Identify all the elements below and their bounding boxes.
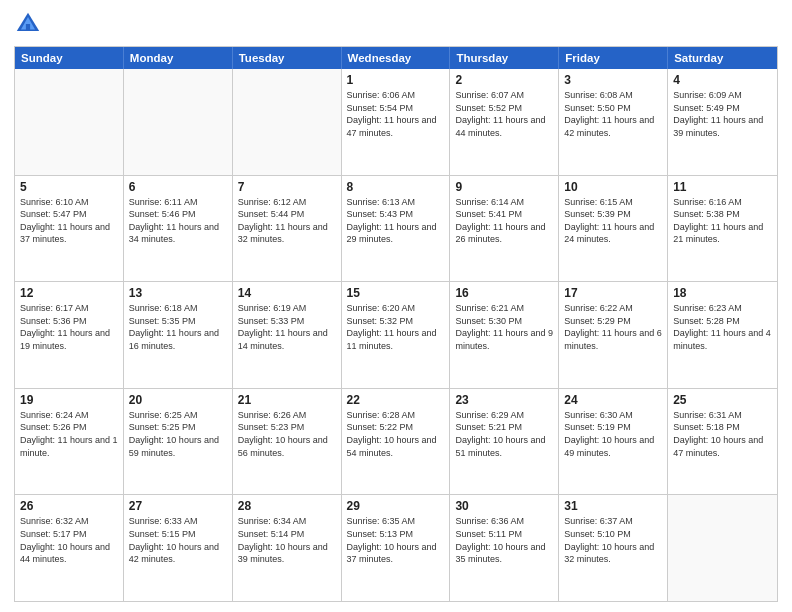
day-number: 5 <box>20 180 118 194</box>
day-cell-17: 17Sunrise: 6:22 AMSunset: 5:29 PMDayligh… <box>559 282 668 388</box>
day-info: Sunrise: 6:28 AMSunset: 5:22 PMDaylight:… <box>347 409 445 459</box>
day-number: 3 <box>564 73 662 87</box>
day-info: Sunrise: 6:19 AMSunset: 5:33 PMDaylight:… <box>238 302 336 352</box>
day-info: Sunrise: 6:33 AMSunset: 5:15 PMDaylight:… <box>129 515 227 565</box>
empty-cell <box>668 495 777 601</box>
day-header-friday: Friday <box>559 47 668 69</box>
calendar-header: SundayMondayTuesdayWednesdayThursdayFrid… <box>15 47 777 69</box>
day-number: 23 <box>455 393 553 407</box>
day-cell-14: 14Sunrise: 6:19 AMSunset: 5:33 PMDayligh… <box>233 282 342 388</box>
empty-cell <box>15 69 124 175</box>
calendar-week-3: 19Sunrise: 6:24 AMSunset: 5:26 PMDayligh… <box>15 389 777 496</box>
day-number: 16 <box>455 286 553 300</box>
calendar-body: 1Sunrise: 6:06 AMSunset: 5:54 PMDaylight… <box>15 69 777 601</box>
day-cell-10: 10Sunrise: 6:15 AMSunset: 5:39 PMDayligh… <box>559 176 668 282</box>
day-number: 2 <box>455 73 553 87</box>
day-info: Sunrise: 6:17 AMSunset: 5:36 PMDaylight:… <box>20 302 118 352</box>
day-number: 7 <box>238 180 336 194</box>
calendar-week-0: 1Sunrise: 6:06 AMSunset: 5:54 PMDaylight… <box>15 69 777 176</box>
day-header-wednesday: Wednesday <box>342 47 451 69</box>
day-header-monday: Monday <box>124 47 233 69</box>
calendar-week-4: 26Sunrise: 6:32 AMSunset: 5:17 PMDayligh… <box>15 495 777 601</box>
calendar-week-1: 5Sunrise: 6:10 AMSunset: 5:47 PMDaylight… <box>15 176 777 283</box>
day-number: 19 <box>20 393 118 407</box>
day-info: Sunrise: 6:16 AMSunset: 5:38 PMDaylight:… <box>673 196 772 246</box>
day-info: Sunrise: 6:36 AMSunset: 5:11 PMDaylight:… <box>455 515 553 565</box>
header <box>14 10 778 38</box>
day-number: 10 <box>564 180 662 194</box>
day-cell-7: 7Sunrise: 6:12 AMSunset: 5:44 PMDaylight… <box>233 176 342 282</box>
svg-rect-2 <box>26 24 30 31</box>
day-header-sunday: Sunday <box>15 47 124 69</box>
day-info: Sunrise: 6:22 AMSunset: 5:29 PMDaylight:… <box>564 302 662 352</box>
day-info: Sunrise: 6:26 AMSunset: 5:23 PMDaylight:… <box>238 409 336 459</box>
day-info: Sunrise: 6:13 AMSunset: 5:43 PMDaylight:… <box>347 196 445 246</box>
day-cell-16: 16Sunrise: 6:21 AMSunset: 5:30 PMDayligh… <box>450 282 559 388</box>
day-cell-21: 21Sunrise: 6:26 AMSunset: 5:23 PMDayligh… <box>233 389 342 495</box>
page: SundayMondayTuesdayWednesdayThursdayFrid… <box>0 0 792 612</box>
day-info: Sunrise: 6:20 AMSunset: 5:32 PMDaylight:… <box>347 302 445 352</box>
day-number: 20 <box>129 393 227 407</box>
day-info: Sunrise: 6:12 AMSunset: 5:44 PMDaylight:… <box>238 196 336 246</box>
day-number: 22 <box>347 393 445 407</box>
day-number: 11 <box>673 180 772 194</box>
day-info: Sunrise: 6:25 AMSunset: 5:25 PMDaylight:… <box>129 409 227 459</box>
day-cell-30: 30Sunrise: 6:36 AMSunset: 5:11 PMDayligh… <box>450 495 559 601</box>
day-cell-20: 20Sunrise: 6:25 AMSunset: 5:25 PMDayligh… <box>124 389 233 495</box>
day-info: Sunrise: 6:31 AMSunset: 5:18 PMDaylight:… <box>673 409 772 459</box>
day-cell-26: 26Sunrise: 6:32 AMSunset: 5:17 PMDayligh… <box>15 495 124 601</box>
day-info: Sunrise: 6:14 AMSunset: 5:41 PMDaylight:… <box>455 196 553 246</box>
day-cell-1: 1Sunrise: 6:06 AMSunset: 5:54 PMDaylight… <box>342 69 451 175</box>
day-cell-5: 5Sunrise: 6:10 AMSunset: 5:47 PMDaylight… <box>15 176 124 282</box>
day-number: 26 <box>20 499 118 513</box>
logo <box>14 10 46 38</box>
day-cell-18: 18Sunrise: 6:23 AMSunset: 5:28 PMDayligh… <box>668 282 777 388</box>
day-cell-22: 22Sunrise: 6:28 AMSunset: 5:22 PMDayligh… <box>342 389 451 495</box>
day-number: 15 <box>347 286 445 300</box>
day-info: Sunrise: 6:32 AMSunset: 5:17 PMDaylight:… <box>20 515 118 565</box>
day-number: 13 <box>129 286 227 300</box>
day-number: 21 <box>238 393 336 407</box>
day-cell-15: 15Sunrise: 6:20 AMSunset: 5:32 PMDayligh… <box>342 282 451 388</box>
day-header-thursday: Thursday <box>450 47 559 69</box>
day-number: 12 <box>20 286 118 300</box>
day-cell-12: 12Sunrise: 6:17 AMSunset: 5:36 PMDayligh… <box>15 282 124 388</box>
day-cell-13: 13Sunrise: 6:18 AMSunset: 5:35 PMDayligh… <box>124 282 233 388</box>
day-cell-31: 31Sunrise: 6:37 AMSunset: 5:10 PMDayligh… <box>559 495 668 601</box>
day-info: Sunrise: 6:18 AMSunset: 5:35 PMDaylight:… <box>129 302 227 352</box>
day-cell-24: 24Sunrise: 6:30 AMSunset: 5:19 PMDayligh… <box>559 389 668 495</box>
day-cell-11: 11Sunrise: 6:16 AMSunset: 5:38 PMDayligh… <box>668 176 777 282</box>
day-number: 4 <box>673 73 772 87</box>
day-cell-25: 25Sunrise: 6:31 AMSunset: 5:18 PMDayligh… <box>668 389 777 495</box>
day-cell-9: 9Sunrise: 6:14 AMSunset: 5:41 PMDaylight… <box>450 176 559 282</box>
day-number: 29 <box>347 499 445 513</box>
day-cell-29: 29Sunrise: 6:35 AMSunset: 5:13 PMDayligh… <box>342 495 451 601</box>
logo-icon <box>14 10 42 38</box>
day-number: 17 <box>564 286 662 300</box>
day-info: Sunrise: 6:24 AMSunset: 5:26 PMDaylight:… <box>20 409 118 459</box>
calendar-week-2: 12Sunrise: 6:17 AMSunset: 5:36 PMDayligh… <box>15 282 777 389</box>
day-number: 27 <box>129 499 227 513</box>
day-info: Sunrise: 6:30 AMSunset: 5:19 PMDaylight:… <box>564 409 662 459</box>
day-number: 25 <box>673 393 772 407</box>
day-number: 30 <box>455 499 553 513</box>
day-info: Sunrise: 6:08 AMSunset: 5:50 PMDaylight:… <box>564 89 662 139</box>
day-info: Sunrise: 6:34 AMSunset: 5:14 PMDaylight:… <box>238 515 336 565</box>
day-header-saturday: Saturday <box>668 47 777 69</box>
calendar: SundayMondayTuesdayWednesdayThursdayFrid… <box>14 46 778 602</box>
day-number: 6 <box>129 180 227 194</box>
day-header-tuesday: Tuesday <box>233 47 342 69</box>
day-cell-3: 3Sunrise: 6:08 AMSunset: 5:50 PMDaylight… <box>559 69 668 175</box>
day-cell-19: 19Sunrise: 6:24 AMSunset: 5:26 PMDayligh… <box>15 389 124 495</box>
day-number: 14 <box>238 286 336 300</box>
day-number: 24 <box>564 393 662 407</box>
day-number: 28 <box>238 499 336 513</box>
day-info: Sunrise: 6:07 AMSunset: 5:52 PMDaylight:… <box>455 89 553 139</box>
day-cell-28: 28Sunrise: 6:34 AMSunset: 5:14 PMDayligh… <box>233 495 342 601</box>
day-number: 18 <box>673 286 772 300</box>
day-number: 1 <box>347 73 445 87</box>
day-info: Sunrise: 6:15 AMSunset: 5:39 PMDaylight:… <box>564 196 662 246</box>
empty-cell <box>124 69 233 175</box>
empty-cell <box>233 69 342 175</box>
day-cell-27: 27Sunrise: 6:33 AMSunset: 5:15 PMDayligh… <box>124 495 233 601</box>
